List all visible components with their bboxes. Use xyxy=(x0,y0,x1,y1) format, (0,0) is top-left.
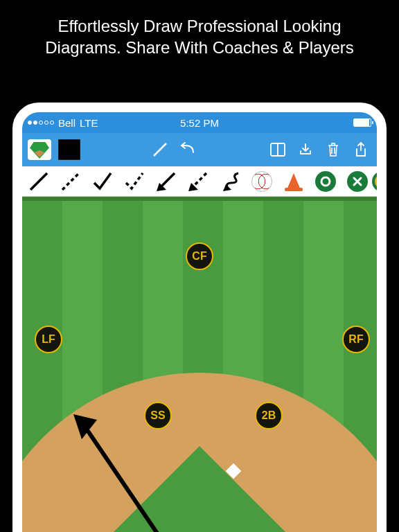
share-icon xyxy=(353,141,369,159)
trash-button[interactable] xyxy=(323,139,344,160)
tablet-frame: Bell LTE 5:52 PM xyxy=(12,103,387,532)
position-ss-label: SS xyxy=(150,409,165,422)
warning-track xyxy=(22,197,377,201)
position-cf[interactable]: CF xyxy=(186,242,213,270)
status-left: Bell LTE xyxy=(28,117,98,129)
palette-squiggle-arrow[interactable] xyxy=(216,169,244,194)
solid-check-icon xyxy=(90,169,115,194)
position-ss[interactable]: SS xyxy=(144,402,172,429)
svg-line-0 xyxy=(154,143,166,156)
promo-headline: Effortlessly Draw Professional Looking D… xyxy=(0,0,399,65)
undo-icon xyxy=(178,141,197,158)
svg-line-3 xyxy=(30,173,47,190)
download-icon xyxy=(297,141,314,158)
drawing-palette xyxy=(22,166,377,197)
battery-icon xyxy=(353,118,371,127)
svg-point-7 xyxy=(321,177,330,186)
more-circle-icon xyxy=(372,171,377,192)
svg-line-4 xyxy=(62,173,79,190)
baseball-icon xyxy=(251,171,272,192)
dashed-line-icon xyxy=(58,169,83,194)
player-circle-icon xyxy=(315,171,336,192)
dashed-arrow-icon xyxy=(186,169,211,194)
position-rf[interactable]: RF xyxy=(342,326,370,353)
palette-more[interactable] xyxy=(362,171,377,192)
clock-label: 5:52 PM xyxy=(180,117,219,129)
position-rf-label: RF xyxy=(348,333,363,346)
solid-line-icon xyxy=(26,169,51,194)
field-template-icon xyxy=(30,142,49,159)
position-lf[interactable]: LF xyxy=(35,326,62,353)
position-cf-label: CF xyxy=(192,250,206,263)
palette-dashed-arrow[interactable] xyxy=(184,169,212,194)
dashed-check-icon xyxy=(122,169,147,194)
trash-icon xyxy=(326,141,341,158)
cone-icon xyxy=(287,173,301,190)
position-2b-label: 2B xyxy=(262,409,276,422)
palette-dashed-line[interactable] xyxy=(57,169,85,194)
line-tool-button[interactable] xyxy=(150,139,170,160)
palette-solid-line[interactable] xyxy=(25,169,53,194)
primary-toolbar xyxy=(22,133,377,166)
position-lf-label: LF xyxy=(42,333,55,346)
position-2b[interactable]: 2B xyxy=(255,402,283,429)
signal-strength-icon xyxy=(28,121,54,125)
app-screen: Bell LTE 5:52 PM xyxy=(22,112,377,532)
share-button[interactable] xyxy=(351,139,371,160)
field-template-button[interactable] xyxy=(28,139,51,160)
status-bar: Bell LTE 5:52 PM xyxy=(22,112,377,133)
color-swatch-button[interactable] xyxy=(58,139,80,160)
palette-baseball[interactable] xyxy=(248,169,276,194)
undo-button[interactable] xyxy=(177,139,198,160)
svg-line-6 xyxy=(193,173,206,187)
palette-player-circle[interactable] xyxy=(312,169,339,194)
palette-dashed-check[interactable] xyxy=(121,169,148,194)
status-right xyxy=(353,118,371,127)
solid-arrow-icon xyxy=(154,169,179,194)
book-button[interactable] xyxy=(267,139,288,160)
palette-solid-check[interactable] xyxy=(89,169,116,194)
promo-line-2: Diagrams. Share With Coaches & Players xyxy=(14,37,385,58)
download-button[interactable] xyxy=(295,139,316,160)
carrier-label: Bell xyxy=(58,117,76,129)
field-canvas[interactable]: CF LF RF SS 2B xyxy=(22,197,377,532)
palette-cone[interactable] xyxy=(280,169,308,194)
promo-line-1: Effortlessly Draw Professional Looking xyxy=(14,15,385,37)
book-icon xyxy=(269,141,287,158)
squiggle-arrow-icon xyxy=(218,169,242,194)
palette-solid-arrow[interactable] xyxy=(152,169,180,194)
diagonal-line-icon xyxy=(151,141,169,159)
network-label: LTE xyxy=(80,117,98,129)
